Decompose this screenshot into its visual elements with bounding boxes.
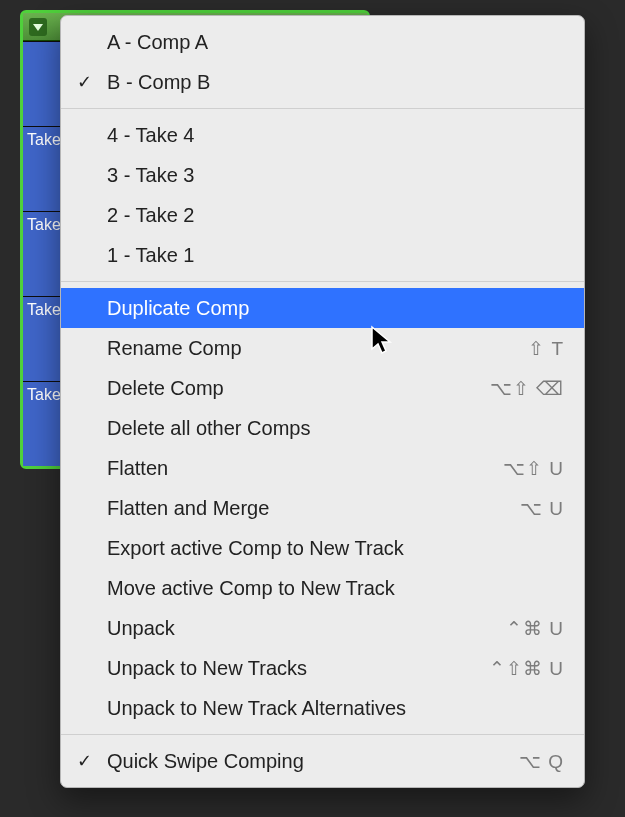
menu-item-shortcut: ⌥⇧ ⌫: [490, 377, 564, 400]
menu-item-flatten[interactable]: Flatten⌥⇧ U: [61, 448, 584, 488]
menu-item-label: Flatten: [107, 457, 503, 480]
menu-item-shortcut: ⇧ T: [528, 337, 564, 360]
menu-item-a-comp-a[interactable]: A - Comp A: [61, 22, 584, 62]
menu-item-delete-all-other-comps[interactable]: Delete all other Comps: [61, 408, 584, 448]
menu-item-quick-swipe-comping[interactable]: ✓Quick Swipe Comping⌥ Q: [61, 741, 584, 781]
menu-item-shortcut: ⌥⇧ U: [503, 457, 564, 480]
menu-item-label: 3 - Take 3: [107, 164, 564, 187]
menu-item-2-take-2[interactable]: 2 - Take 2: [61, 195, 584, 235]
checkmark-icon: ✓: [61, 750, 107, 772]
menu-item-label: Unpack: [107, 617, 506, 640]
menu-item-unpack-to-new-tracks[interactable]: Unpack to New Tracks⌃⇧⌘ U: [61, 648, 584, 688]
menu-item-delete-comp[interactable]: Delete Comp⌥⇧ ⌫: [61, 368, 584, 408]
menu-separator: [61, 108, 584, 109]
comp-context-menu: A - Comp A✓B - Comp B 4 - Take 43 - Take…: [60, 15, 585, 788]
menu-item-move-active-comp-to-new-track[interactable]: Move active Comp to New Track: [61, 568, 584, 608]
disclosure-triangle-icon[interactable]: [29, 18, 47, 36]
menu-item-label: Quick Swipe Comping: [107, 750, 519, 773]
menu-item-label: Move active Comp to New Track: [107, 577, 564, 600]
menu-item-unpack[interactable]: Unpack⌃⌘ U: [61, 608, 584, 648]
menu-item-shortcut: ⌃⇧⌘ U: [489, 657, 564, 680]
menu-item-label: 1 - Take 1: [107, 244, 564, 267]
menu-item-rename-comp[interactable]: Rename Comp⇧ T: [61, 328, 584, 368]
menu-item-unpack-to-new-track-alternatives[interactable]: Unpack to New Track Alternatives: [61, 688, 584, 728]
menu-item-label: Rename Comp: [107, 337, 528, 360]
menu-item-label: Unpack to New Tracks: [107, 657, 489, 680]
menu-item-shortcut: ⌥ U: [520, 497, 564, 520]
menu-item-4-take-4[interactable]: 4 - Take 4: [61, 115, 584, 155]
menu-item-label: Unpack to New Track Alternatives: [107, 697, 564, 720]
menu-item-flatten-and-merge[interactable]: Flatten and Merge⌥ U: [61, 488, 584, 528]
svg-marker-0: [33, 24, 43, 31]
menu-item-label: Duplicate Comp: [107, 297, 564, 320]
menu-item-1-take-1[interactable]: 1 - Take 1: [61, 235, 584, 275]
menu-item-label: Delete all other Comps: [107, 417, 564, 440]
menu-item-shortcut: ⌃⌘ U: [506, 617, 564, 640]
menu-item-export-active-comp-to-new-track[interactable]: Export active Comp to New Track: [61, 528, 584, 568]
menu-item-3-take-3[interactable]: 3 - Take 3: [61, 155, 584, 195]
menu-item-label: Flatten and Merge: [107, 497, 520, 520]
menu-item-b-comp-b[interactable]: ✓B - Comp B: [61, 62, 584, 102]
menu-item-duplicate-comp[interactable]: Duplicate Comp: [61, 288, 584, 328]
menu-item-label: Delete Comp: [107, 377, 490, 400]
menu-item-label: Export active Comp to New Track: [107, 537, 564, 560]
menu-item-label: A - Comp A: [107, 31, 564, 54]
checkmark-icon: ✓: [61, 71, 107, 93]
menu-item-label: 4 - Take 4: [107, 124, 564, 147]
menu-item-shortcut: ⌥ Q: [519, 750, 564, 773]
menu-separator: [61, 734, 584, 735]
menu-item-label: 2 - Take 2: [107, 204, 564, 227]
menu-separator: [61, 281, 584, 282]
menu-item-label: B - Comp B: [107, 71, 564, 94]
